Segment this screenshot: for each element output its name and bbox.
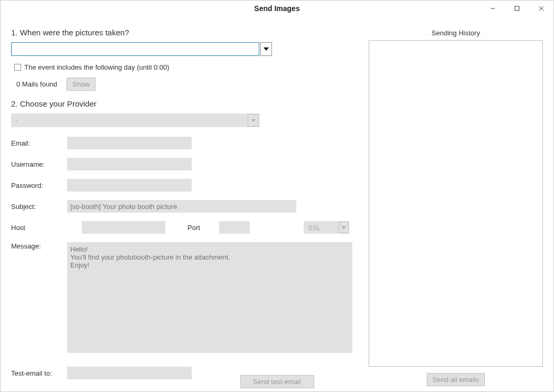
host-field[interactable]: [82, 221, 165, 234]
titlebar-controls: [481, 1, 553, 16]
email-label: Email:: [11, 139, 67, 147]
provider-selected-value: -: [11, 117, 248, 125]
email-row: Email:: [11, 137, 358, 149]
show-button[interactable]: Show: [67, 78, 96, 91]
send-test-email-button[interactable]: Send test-email: [240, 375, 314, 388]
password-field[interactable]: [67, 179, 192, 192]
include-next-day-checkbox[interactable]: [14, 64, 21, 71]
subject-row: Subject:: [11, 200, 358, 213]
history-heading: Sending History: [369, 29, 543, 37]
security-dropdown-button[interactable]: [339, 222, 349, 233]
username-field[interactable]: [67, 158, 192, 170]
chevron-down-icon: [342, 226, 346, 229]
date-row: [11, 42, 358, 56]
port-field[interactable]: [219, 221, 250, 234]
host-label: Host: [11, 224, 67, 232]
content: 1. When were the pictures taken? The eve…: [1, 16, 553, 391]
security-select[interactable]: SSL: [304, 221, 349, 234]
chevron-down-icon: [264, 47, 269, 51]
mails-found-row: 0 Mails found Show: [16, 78, 358, 91]
mails-found-text: 0 Mails found: [16, 80, 57, 88]
window: Send Images 1. When were the pictures ta…: [0, 0, 554, 392]
message-label: Message:: [11, 242, 67, 250]
window-title: Send Images: [254, 4, 299, 13]
chevron-down-icon: [251, 119, 256, 122]
right-column: Sending History Send all emails: [369, 22, 543, 386]
host-port-row: Host Port SSL: [11, 221, 349, 234]
message-field[interactable]: [67, 242, 352, 353]
message-row: Message:: [11, 242, 358, 353]
provider-select[interactable]: -: [11, 113, 259, 127]
left-column: 1. When were the pictures taken? The eve…: [11, 22, 358, 386]
password-row: Password:: [11, 179, 358, 192]
subject-label: Subject:: [11, 203, 67, 211]
include-next-day-row: The event includes the following day (un…: [14, 63, 358, 71]
titlebar: Send Images: [1, 1, 553, 16]
include-next-day-label: The event includes the following day (un…: [24, 63, 170, 71]
maximize-icon: [514, 6, 520, 11]
section1-heading: 1. When were the pictures taken?: [11, 28, 358, 37]
username-label: Username:: [11, 160, 67, 168]
email-field[interactable]: [67, 137, 192, 149]
svg-rect-1: [515, 6, 519, 11]
maximize-button[interactable]: [505, 1, 529, 16]
date-dropdown-button[interactable]: [260, 42, 272, 56]
provider-dropdown-button[interactable]: [248, 114, 259, 127]
minimize-button[interactable]: [481, 1, 505, 16]
minimize-icon: [490, 6, 495, 11]
footer: Send test-email: [1, 375, 553, 388]
security-selected-value: SSL: [304, 224, 339, 232]
username-row: Username:: [11, 158, 358, 170]
close-icon: [539, 6, 544, 11]
subject-field[interactable]: [67, 200, 296, 213]
history-list[interactable]: [369, 40, 543, 367]
port-label: Port: [187, 224, 219, 232]
close-button[interactable]: [529, 1, 553, 16]
section2-heading: 2. Choose your Provider: [11, 99, 358, 108]
password-label: Password:: [11, 181, 67, 189]
date-input[interactable]: [11, 42, 259, 56]
